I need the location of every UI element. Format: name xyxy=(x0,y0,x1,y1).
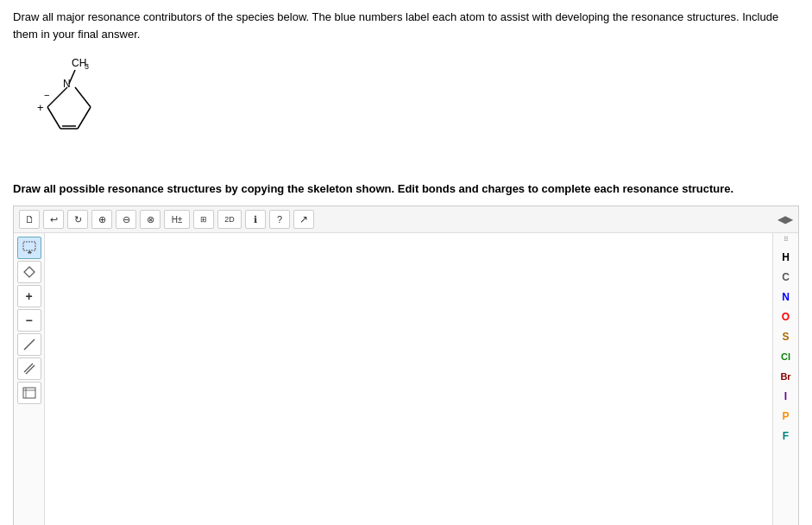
editor-body: + − xyxy=(14,233,798,525)
svg-text:+: + xyxy=(37,101,44,114)
molecule-preview: CH 3 N + − xyxy=(0,49,812,174)
element-I-button[interactable]: I xyxy=(775,387,797,406)
svg-line-8 xyxy=(78,107,91,129)
template-tool[interactable] xyxy=(17,382,41,404)
preview-molecule-svg: CH 3 N + − xyxy=(13,51,116,166)
select-tool[interactable] xyxy=(17,237,41,259)
single-bond-tool[interactable] xyxy=(17,333,41,356)
element-P-button[interactable]: P xyxy=(775,407,797,426)
element-S-button[interactable]: S xyxy=(775,327,797,346)
svg-rect-19 xyxy=(23,388,35,398)
zoom-in-button[interactable]: ⊕ xyxy=(91,210,112,229)
zoom-fit-button[interactable]: ⊗ xyxy=(140,210,161,229)
draw-instruction-content: Draw all possible resonance structures b… xyxy=(13,182,733,195)
erase-tool[interactable] xyxy=(17,261,41,283)
nav-arrows: ◀▶ xyxy=(777,213,793,225)
undo-button[interactable]: ↩ xyxy=(43,210,64,229)
double-bond-tool[interactable] xyxy=(17,357,41,380)
svg-line-16 xyxy=(24,339,35,350)
draw-instructions-text: Draw all possible resonance structures b… xyxy=(0,174,812,206)
redo-button[interactable]: ↻ xyxy=(67,210,88,229)
molecule-svg: CH 3 [6] N [1] [2] [5] xyxy=(45,233,772,525)
layout-button[interactable]: ⊞ xyxy=(193,210,214,229)
info-button[interactable]: ℹ xyxy=(245,210,266,229)
element-H-button[interactable]: H xyxy=(775,248,797,267)
element-Br-button[interactable]: Br xyxy=(775,367,797,386)
element-C-button[interactable]: C xyxy=(775,268,797,287)
element-O-button[interactable]: O xyxy=(775,307,797,326)
editor-toolbar: 🗋 ↩ ↻ ⊕ ⊖ ⊗ H± ⊞ 2D ℹ ? ↗ ◀▶ xyxy=(14,206,798,233)
instructions-text: Draw all major resonance contributors of… xyxy=(0,0,812,49)
add-tool[interactable]: + xyxy=(17,285,41,307)
expand-button[interactable]: ↗ xyxy=(293,210,314,229)
left-toolbar: + − xyxy=(14,233,45,525)
svg-line-4 xyxy=(47,87,67,107)
element-F-button[interactable]: F xyxy=(775,427,797,446)
hydrogen-button[interactable]: H± xyxy=(164,210,190,229)
help-button[interactable]: ? xyxy=(269,210,290,229)
zoom-out-button[interactable]: ⊖ xyxy=(116,210,136,229)
molecule-editor: 🗋 ↩ ↻ ⊕ ⊖ ⊗ H± ⊞ 2D ℹ ? ↗ ◀▶ xyxy=(13,206,799,525)
svg-line-7 xyxy=(47,107,60,129)
drawing-canvas[interactable]: CH 3 [6] N [1] [2] [5] xyxy=(45,233,772,525)
subtract-tool[interactable]: − xyxy=(17,309,41,332)
svg-text:−: − xyxy=(44,90,49,100)
2d-button[interactable]: 2D xyxy=(217,210,242,229)
svg-text:3: 3 xyxy=(85,62,89,71)
svg-marker-15 xyxy=(24,267,35,277)
new-button[interactable]: 🗋 xyxy=(19,210,40,229)
svg-rect-13 xyxy=(23,242,35,250)
svg-marker-14 xyxy=(27,250,32,254)
svg-line-6 xyxy=(75,87,91,107)
panel-icon: ⠿ xyxy=(784,237,788,244)
element-Cl-button[interactable]: Cl xyxy=(775,347,797,366)
element-panel: ⠿ H C N O S Cl Br I P F xyxy=(772,233,798,525)
element-N-button[interactable]: N xyxy=(775,288,797,307)
instruction-content: Draw all major resonance contributors of… xyxy=(13,10,778,41)
